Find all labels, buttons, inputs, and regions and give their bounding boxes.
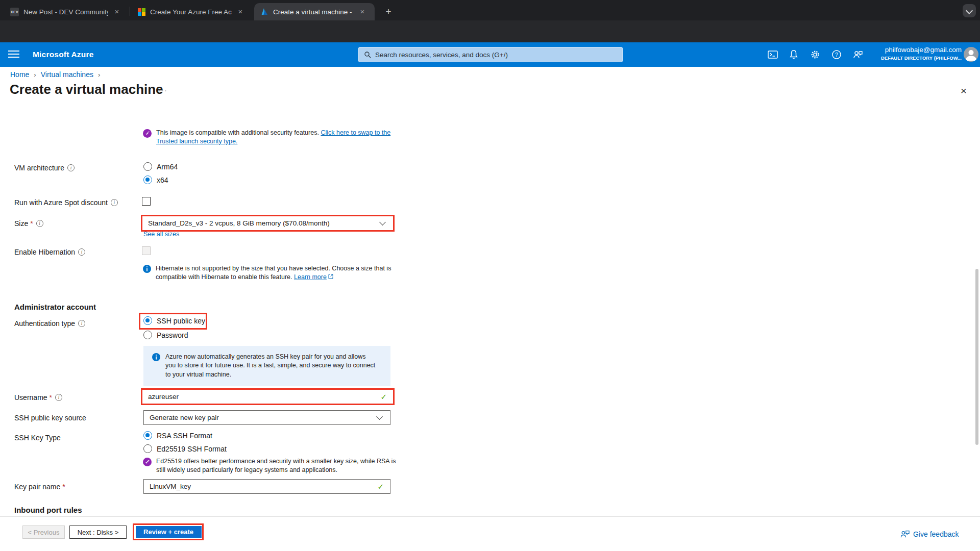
account-directory: DEFAULT DIRECTORY (PHILFOW... bbox=[881, 55, 962, 61]
size-value: Standard_D2s_v3 - 2 vcpus, 8 GiB memory … bbox=[148, 219, 380, 227]
settings-gear-icon[interactable] bbox=[810, 49, 820, 60]
browser-toolbar: ← → ⟳ portal.azure.com/#create/Microsoft… bbox=[0, 20, 980, 42]
vm-architecture-label: VM architecturei bbox=[14, 164, 75, 172]
see-all-sizes-link[interactable]: See all sizes bbox=[143, 231, 179, 238]
tab-title: New Post - DEV Community bbox=[23, 8, 108, 16]
radio-arm64[interactable]: Arm64 bbox=[143, 162, 178, 171]
close-blade-icon[interactable]: × bbox=[957, 84, 970, 97]
notifications-bell-icon[interactable] bbox=[789, 49, 799, 60]
radio-rsa[interactable]: RSA SSH Format bbox=[143, 431, 212, 440]
microsoft-logo-icon bbox=[138, 8, 145, 16]
browser-tabstrip: DEV New Post - DEV Community × Create Yo… bbox=[0, 0, 980, 20]
help-icon[interactable]: ? bbox=[831, 49, 842, 60]
azure-brand[interactable]: Microsoft Azure bbox=[33, 50, 94, 59]
title-ellipsis-icon[interactable]: ··· bbox=[158, 86, 167, 94]
give-feedback-link[interactable]: Give feedback bbox=[900, 530, 959, 538]
chevron-down-icon bbox=[379, 219, 386, 226]
radio-selected-icon[interactable] bbox=[143, 316, 152, 325]
radio-icon[interactable] bbox=[143, 444, 152, 453]
tab-azure-free-account[interactable]: Create Your Azure Free Accou × bbox=[132, 3, 251, 20]
external-link-icon bbox=[328, 274, 333, 279]
close-tab-icon[interactable]: × bbox=[112, 7, 121, 16]
ssh-keygen-infobox: Azure now automatically generates an SSH… bbox=[143, 346, 390, 386]
radio-selected-icon[interactable] bbox=[143, 176, 152, 184]
ed25519-note: Ed25519 offers better performance and se… bbox=[143, 457, 400, 475]
chevron-right-icon: › bbox=[34, 71, 36, 79]
key-source-label: SSH public key source bbox=[14, 414, 86, 422]
radio-label: x64 bbox=[157, 176, 168, 184]
security-rocket-icon bbox=[143, 129, 152, 138]
close-tab-icon[interactable]: × bbox=[236, 7, 245, 16]
size-dropdown[interactable]: Standard_D2s_v3 - 2 vcpus, 8 GiB memory … bbox=[141, 215, 395, 232]
key-source-dropdown[interactable]: Generate new key pair bbox=[143, 410, 390, 425]
info-icon[interactable]: i bbox=[78, 248, 85, 256]
hibernate-note-text: Hibernate is not supported by the size t… bbox=[156, 265, 391, 281]
info-icon[interactable]: i bbox=[36, 220, 43, 227]
radio-selected-icon[interactable] bbox=[143, 431, 152, 440]
auth-type-label: Authentication typei bbox=[14, 319, 85, 328]
review-create-button[interactable]: Review + create bbox=[136, 526, 202, 538]
search-placeholder: Search resources, services, and docs (G+… bbox=[375, 51, 508, 59]
ssh-infobox-text: Azure now automatically generates an SSH… bbox=[165, 353, 376, 386]
radio-ed25519[interactable]: Ed25519 SSH Format bbox=[143, 444, 227, 453]
radio-password[interactable]: Password bbox=[143, 331, 188, 339]
svg-text:?: ? bbox=[835, 52, 838, 58]
key-pair-name-input[interactable]: ✓ bbox=[143, 479, 390, 494]
azure-header: Microsoft Azure Search resources, servic… bbox=[0, 42, 980, 67]
inbound-port-rules-heading: Inbound port rules bbox=[14, 506, 82, 514]
search-icon bbox=[364, 51, 371, 58]
username-input[interactable]: ✓ bbox=[141, 388, 395, 405]
cloud-shell-icon[interactable] bbox=[768, 49, 778, 60]
feedback-icon[interactable] bbox=[853, 49, 863, 60]
azure-avatar[interactable] bbox=[964, 47, 978, 62]
radio-icon[interactable] bbox=[143, 331, 152, 339]
spot-discount-checkbox[interactable] bbox=[142, 197, 151, 206]
key-pair-name-label: Key pair name* bbox=[14, 483, 65, 491]
username-field[interactable] bbox=[148, 393, 380, 400]
info-icon[interactable]: i bbox=[78, 320, 85, 327]
chevron-right-icon: › bbox=[98, 71, 100, 79]
hibernate-learn-more-link[interactable]: Learn more bbox=[294, 273, 327, 281]
spot-discount-label: Run with Azure Spot discounti bbox=[14, 198, 118, 207]
key-type-label: SSH Key Type bbox=[14, 434, 61, 442]
browser-window: DEV New Post - DEV Community × Create Yo… bbox=[0, 0, 980, 551]
valid-check-icon: ✓ bbox=[380, 392, 387, 402]
username-label: Username*i bbox=[14, 393, 62, 402]
radio-x64[interactable]: x64 bbox=[143, 176, 168, 184]
tab-separator bbox=[130, 7, 130, 16]
account-info[interactable]: philfowobaje@gmail.com DEFAULT DIRECTORY… bbox=[881, 46, 962, 61]
radio-icon[interactable] bbox=[143, 162, 152, 171]
next-disks-button[interactable]: Next : Disks > bbox=[69, 525, 127, 539]
info-icon[interactable]: i bbox=[67, 164, 75, 171]
key-pair-name-field[interactable] bbox=[150, 483, 377, 490]
close-tab-icon[interactable]: × bbox=[358, 7, 367, 16]
account-email: philfowobaje@gmail.com bbox=[881, 46, 962, 54]
breadcrumb-virtual-machines-link[interactable]: Virtual machines bbox=[41, 70, 93, 79]
chevron-down-icon bbox=[376, 413, 383, 420]
radio-ssh-public-key[interactable]: SSH public key bbox=[143, 316, 205, 325]
hamburger-menu-icon[interactable] bbox=[8, 51, 19, 59]
key-source-value: Generate new key pair bbox=[150, 414, 377, 421]
hibernation-checkbox bbox=[142, 246, 151, 255]
ed25519-note-text: Ed25519 offers better performance and se… bbox=[156, 457, 400, 475]
new-tab-button[interactable]: + bbox=[382, 5, 395, 18]
radio-label: Password bbox=[157, 331, 188, 339]
radio-label: RSA SSH Format bbox=[157, 432, 212, 440]
radio-label: Arm64 bbox=[157, 163, 178, 171]
hibernate-note: Hibernate is not supported by the size t… bbox=[143, 264, 396, 282]
tab-dev-community[interactable]: DEV New Post - DEV Community × bbox=[4, 3, 127, 20]
hibernation-label: Enable Hibernationi bbox=[14, 248, 85, 256]
security-note-text: This image is compatible with additional… bbox=[156, 129, 319, 136]
info-icon[interactable]: i bbox=[55, 394, 62, 401]
page-scrollbar[interactable] bbox=[975, 269, 978, 445]
breadcrumb-home-link[interactable]: Home bbox=[10, 70, 29, 79]
info-icon[interactable]: i bbox=[111, 199, 118, 206]
azure-search-input[interactable]: Search resources, services, and docs (G+… bbox=[358, 47, 623, 62]
admin-account-heading: Administrator account bbox=[14, 303, 96, 311]
size-label: Size*i bbox=[14, 219, 43, 228]
radio-label: SSH public key bbox=[157, 317, 205, 325]
feedback-person-icon bbox=[900, 530, 910, 538]
tab-create-vm[interactable]: Create a virtual machine - Mi × bbox=[254, 3, 375, 20]
previous-button: < Previous bbox=[22, 525, 65, 539]
tab-search-chevron-icon[interactable] bbox=[963, 4, 976, 17]
